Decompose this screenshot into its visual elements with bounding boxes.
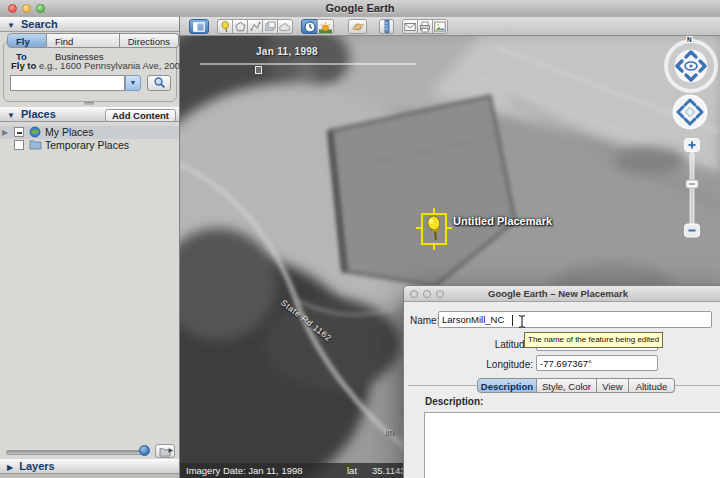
imagery-date-status: Imagery Date: Jan 11, 1998 xyxy=(186,463,303,478)
collapse-triangle-icon: ▼ xyxy=(7,21,15,30)
name-label: Name: xyxy=(410,315,439,326)
sidebar-toggle-icon xyxy=(193,22,205,32)
search-header-label: Search xyxy=(21,18,58,30)
opacity-slider-knob[interactable] xyxy=(139,445,150,456)
pushpin-icon xyxy=(423,214,445,242)
search-tabs: Fly To Find Businesses Directions xyxy=(7,33,179,48)
ruler-icon xyxy=(383,20,391,33)
imagery-time-label: Jan 11, 1998 xyxy=(256,46,318,57)
add-content-button[interactable]: Add Content xyxy=(105,109,176,122)
flyto-input[interactable] xyxy=(10,75,125,91)
look-joystick[interactable] xyxy=(662,37,720,95)
search-panel-header[interactable]: ▼ Search xyxy=(0,17,179,32)
tab-directions[interactable]: Directions xyxy=(120,33,179,48)
dialog-tabs: Description Style, Color View Altitude xyxy=(477,378,675,393)
print-button[interactable] xyxy=(417,19,433,34)
checkbox-partial-mark xyxy=(17,132,22,134)
flyto-hint-bold: Fly to xyxy=(11,60,36,71)
image-overlay-icon xyxy=(265,21,276,32)
historical-imagery-button[interactable] xyxy=(301,19,318,34)
name-input[interactable] xyxy=(438,311,712,328)
tree-item-my-places[interactable]: ▶ My Places xyxy=(0,126,179,139)
clock-icon xyxy=(304,21,316,33)
tab-style-color[interactable]: Style, Color xyxy=(537,378,597,393)
tab-view[interactable]: View xyxy=(597,378,629,393)
description-label: Description: xyxy=(425,396,483,407)
longitude-label: Longitude: xyxy=(444,359,533,370)
my-places-checkbox[interactable] xyxy=(14,127,24,137)
latitude-label: Latitude: xyxy=(444,339,533,350)
flyto-history-dropdown[interactable]: ▼ xyxy=(125,75,141,91)
sunlight-button[interactable] xyxy=(317,19,334,34)
panel-resize-gripper[interactable] xyxy=(84,102,94,105)
envelope-icon xyxy=(404,22,416,32)
printer-icon xyxy=(419,21,431,33)
time-slider-track[interactable] xyxy=(200,63,416,65)
add-path-button[interactable] xyxy=(247,19,263,34)
description-textarea[interactable] xyxy=(424,412,720,478)
add-placemark-button[interactable] xyxy=(217,19,233,34)
longitude-input[interactable] xyxy=(536,355,658,371)
places-header-label: Places xyxy=(21,108,56,120)
image-icon xyxy=(434,21,446,32)
flyto-hint-rest: e.g., 1600 Pennsylvania Ave, 20006 xyxy=(39,60,190,71)
zoom-slider[interactable] xyxy=(682,138,702,238)
dialog-title: Google Earth – New Placemark xyxy=(404,288,712,299)
polygon-icon xyxy=(235,21,246,32)
tree-item-label: Temporary Places xyxy=(45,139,129,152)
move-joystick[interactable] xyxy=(670,92,710,132)
places-tree: ▶ My Places Temporary Places xyxy=(0,123,179,443)
disclosure-triangle-icon[interactable]: ▶ xyxy=(2,126,8,139)
ibeam-cursor-icon xyxy=(518,314,526,329)
tab-description[interactable]: Description xyxy=(477,378,537,393)
partial-map-label: Im xyxy=(384,427,393,437)
layers-panel-header[interactable]: ▶ Layers xyxy=(0,459,179,474)
sun-icon xyxy=(319,21,332,33)
pushpin-icon xyxy=(220,21,231,33)
window-title: Google Earth xyxy=(0,2,720,14)
flyto-hint: Fly to e.g., 1600 Pennsylvania Ave, 2000… xyxy=(11,60,190,71)
crosshair-tick xyxy=(433,244,435,250)
time-slider-handle[interactable] xyxy=(255,66,262,74)
sidebar: ▼ Search Fly To Find Businesses Directio… xyxy=(0,17,180,478)
latitude-status-label: lat xyxy=(347,463,357,478)
google-earth-window: Google Earth ▼ Search Fly To Find Busine… xyxy=(0,0,720,478)
magnifier-icon xyxy=(153,76,166,89)
temporary-places-checkbox[interactable] xyxy=(14,140,24,150)
tree-item-temporary-places[interactable]: Temporary Places xyxy=(0,139,179,152)
record-tour-button[interactable] xyxy=(277,19,293,34)
map-toolbar xyxy=(180,17,720,36)
window-titlebar[interactable]: Google Earth xyxy=(0,0,720,18)
opacity-slider-track[interactable] xyxy=(6,450,148,455)
tab-altitude[interactable]: Altitude xyxy=(629,378,675,393)
crosshair-tick xyxy=(416,227,422,229)
placemark-label: Untitled Placemark xyxy=(453,215,552,227)
dialog-titlebar[interactable]: Google Earth – New Placemark xyxy=(404,286,720,302)
folder-icon xyxy=(29,139,42,153)
sidebar-toggle-button[interactable] xyxy=(189,19,209,34)
expand-triangle-icon: ▶ xyxy=(7,463,13,472)
save-image-button[interactable] xyxy=(432,19,448,34)
compass-north-label: N xyxy=(686,36,693,43)
search-button[interactable] xyxy=(147,75,171,91)
email-button[interactable] xyxy=(402,19,418,34)
path-icon xyxy=(250,21,261,32)
tab-fly-to[interactable]: Fly To xyxy=(7,33,47,48)
folder-actions-button[interactable]: ▶ xyxy=(155,444,175,458)
add-image-overlay-button[interactable] xyxy=(262,19,278,34)
cloud-icon xyxy=(279,22,291,32)
placemark-selection-box[interactable] xyxy=(421,213,447,245)
crosshair-tick xyxy=(446,227,452,229)
new-placemark-dialog: Google Earth – New Placemark Name: Latit… xyxy=(403,285,720,478)
add-polygon-button[interactable] xyxy=(232,19,248,34)
menu-arrow-icon: ▶ xyxy=(168,446,173,453)
planet-icon xyxy=(351,21,365,33)
name-field-tooltip: The name of the feature being edited xyxy=(524,332,663,348)
layers-panel-body xyxy=(0,474,179,478)
planet-switcher-button[interactable] xyxy=(348,19,367,34)
tab-find-businesses[interactable]: Find Businesses xyxy=(47,33,120,48)
ruler-button[interactable] xyxy=(379,19,394,34)
collapse-triangle-icon: ▼ xyxy=(7,111,15,120)
opacity-slider-row: ▶ xyxy=(0,443,179,459)
layers-header-label: Layers xyxy=(19,460,54,472)
